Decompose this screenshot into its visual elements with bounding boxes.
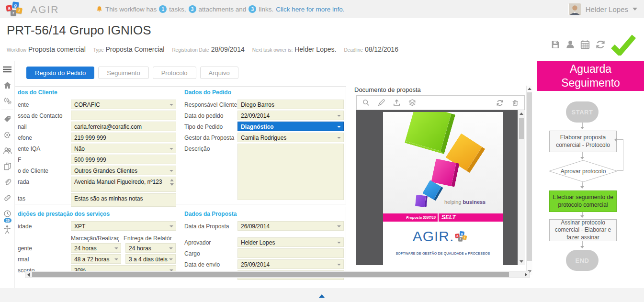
nif-input[interactable]: 500 999 999: [71, 155, 176, 164]
section-dados-pedido: Dados do Pedido Responsável Cliente Dieg…: [184, 89, 344, 201]
cliente-iqa-select[interactable]: Não: [71, 144, 176, 153]
complete-check-icon[interactable]: [610, 34, 636, 56]
links-chain-icon[interactable]: [0, 190, 14, 206]
meta-regdate-value: 28/09/2014: [211, 45, 245, 53]
tipo-cliente-select[interactable]: Outros Grandes Clientes: [71, 166, 176, 175]
home-icon[interactable]: [0, 77, 14, 93]
content-vertical-scrollbar[interactable]: [526, 86, 532, 275]
tag-icon[interactable]: [0, 111, 14, 127]
meta-type: TypeProposta Comercial: [93, 45, 165, 54]
gestor-proposta-select[interactable]: Camila Rodrigues: [237, 133, 344, 142]
calendar-icon[interactable]: [580, 39, 590, 50]
preview-scrollbar[interactable]: [518, 110, 525, 265]
scroll-left-arrow[interactable]: [27, 273, 30, 277]
attachments-paperclip-icon[interactable]: [0, 174, 14, 190]
section-title-cliente: dos do Cliente: [18, 89, 176, 96]
data-envio-select[interactable]: 25/09/2014: [237, 259, 344, 269]
data-pedido-label: Data do pedido: [184, 111, 237, 119]
document-preview[interactable]: helping business Proposta 5267/16 SELT A…: [356, 110, 525, 265]
col-header-entrega: Entrega de Relatórios: [124, 235, 172, 242]
aprovador-select[interactable]: Helder Lopes: [237, 237, 344, 247]
chevron-down-icon: [114, 258, 118, 260]
data-proposta-select[interactable]: 26/09/2014: [237, 221, 344, 231]
descricao-textarea[interactable]: [237, 144, 344, 200]
flow-node-assinar-protocolo[interactable]: Assinar protocolo comercial - Elaborar e…: [549, 219, 617, 241]
gestor-proposta-value: Camila Rodrigues: [241, 134, 286, 141]
responsavel-cliente-input[interactable]: Diego Barros: [237, 100, 344, 109]
scroll-down-arrow[interactable]: [520, 260, 523, 263]
app-logo[interactable]: g a i r AGIR: [6, 2, 59, 17]
flow-arrowhead: [580, 157, 584, 159]
cliente-iqa-value: Não: [74, 145, 85, 152]
notice-text-3: attachments and: [199, 6, 247, 13]
user-menu[interactable]: Helder Lopes: [568, 0, 637, 18]
normal-entrega-select[interactable]: 3 a 4 dias úteis: [125, 254, 176, 264]
edit-pencil-icon[interactable]: [377, 99, 385, 107]
tab-bar: Registo do Pedido Seguimento Protocolo A…: [26, 67, 238, 79]
morada-textarea[interactable]: Avenida Manuel Figueiredo, nº123: [71, 177, 176, 192]
proposal-ref-bar: Proposta 5267/16 SELT: [383, 213, 503, 222]
morada-stepper[interactable]: [170, 179, 174, 186]
unidade-select[interactable]: XPT: [71, 221, 176, 231]
scroll-up-arrow[interactable]: [528, 88, 531, 90]
data-pedido-select[interactable]: 22/09/2014: [237, 111, 344, 120]
email-input[interactable]: carla.ferreira@corafic.com: [71, 122, 176, 131]
tab-protocolo[interactable]: Protocolo: [153, 67, 196, 79]
tipo-pedido-select[interactable]: Diagnóstico: [237, 122, 344, 131]
users-icon[interactable]: [0, 143, 14, 158]
search-icon[interactable]: [362, 99, 370, 107]
horizontal-scrollbar-thumb[interactable]: [32, 272, 509, 277]
footer-bar: [0, 288, 644, 302]
settings-gear-icon[interactable]: [0, 127, 14, 143]
notas-textarea[interactable]: Estas são as minhas notas: [71, 193, 176, 207]
preview-scrollbar-thumb[interactable]: [519, 118, 524, 139]
assign-user-icon[interactable]: [565, 39, 576, 50]
flow-node-aprovar-protocolo[interactable]: Aprovar protocolo: [549, 160, 618, 182]
more-info-link[interactable]: Click here for more info.: [276, 6, 344, 13]
chevron-down-icon: [114, 247, 118, 249]
flow-node-start[interactable]: START: [566, 101, 599, 123]
layers-icon[interactable]: [408, 99, 417, 107]
telefone-input[interactable]: 219 999 999: [71, 133, 176, 142]
logo-tile-i: i: [462, 235, 467, 240]
tipo-pedido-label: Tipo de Pedido: [184, 122, 237, 130]
normal-marcacao-select[interactable]: 48 a 72 horas: [71, 254, 121, 264]
collapse-up-caret[interactable]: [319, 294, 325, 298]
proposal-document-page: helping business Proposta 5267/16 SELT A…: [383, 112, 503, 265]
tab-seguimento[interactable]: Seguimento: [98, 67, 148, 79]
workflows-gears-icon[interactable]: [0, 93, 14, 109]
vertical-scrollbar-thumb[interactable]: [527, 92, 532, 261]
meta-deadline-value: 08/12/2016: [365, 45, 398, 53]
scroll-up-arrow[interactable]: [520, 112, 523, 115]
copies-icon[interactable]: [0, 158, 14, 174]
refresh-icon[interactable]: [595, 39, 606, 50]
menu-icon[interactable]: [0, 61, 14, 77]
chevron-down-icon: [337, 242, 341, 244]
flow-node-elaborar-proposta[interactable]: Elaborar proposta comercial - Protocolo: [549, 131, 617, 152]
cliente-select[interactable]: CORAFIC: [71, 100, 176, 109]
refresh-document-icon[interactable]: [496, 99, 504, 107]
urgente-entrega-select[interactable]: 24 horas: [125, 243, 176, 253]
aprovador-value: Helder Lopes: [241, 239, 275, 246]
flow-node-efectuar-seguimento-active[interactable]: Efectuar seguimento de protocolo comerci…: [549, 190, 617, 212]
agir-logo-icon: g a i r: [6, 2, 24, 17]
meta-deadline-label: Deadline: [344, 47, 362, 53]
assigned-tasks-icon[interactable]: 26: [0, 222, 14, 237]
section-title-condicoes: dições de prestação dos serviços: [18, 211, 176, 217]
trash-icon[interactable]: [511, 99, 519, 107]
unidade-value: XPT: [74, 223, 85, 230]
urgente-marcacao-select[interactable]: 24 horas: [71, 243, 121, 253]
content-horizontal-scrollbar[interactable]: [25, 271, 530, 278]
pessoa-contacto-input[interactable]: [71, 111, 176, 120]
condicoes-column-headers: Marcação/Realização Entrega de Relatório…: [18, 235, 176, 242]
cliente-label: ente: [18, 100, 71, 108]
upload-icon[interactable]: [393, 99, 401, 107]
tab-arquivo[interactable]: Arquivo: [200, 67, 238, 79]
tab-registo-do-pedido[interactable]: Registo do Pedido: [26, 67, 94, 79]
flow-node-end[interactable]: END: [566, 250, 599, 271]
save-icon[interactable]: [550, 39, 561, 50]
cargo-input[interactable]: [237, 248, 344, 258]
agir-tagline: SOFTWARE DE GESTÃO DE QUALIDADE e PROCES…: [383, 252, 503, 255]
telefone-label: efone: [18, 133, 71, 141]
scroll-right-arrow[interactable]: [525, 273, 527, 277]
